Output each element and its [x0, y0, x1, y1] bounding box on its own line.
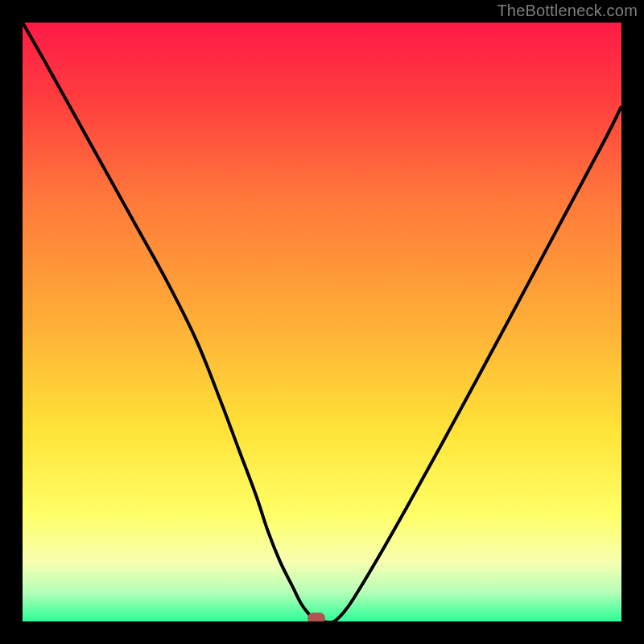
chart-frame: TheBottleneck.com: [0, 0, 644, 644]
bottleneck-marker: [308, 613, 325, 621]
watermark-text: TheBottleneck.com: [497, 2, 638, 20]
bottleneck-curve: [23, 23, 621, 621]
curve-path: [23, 23, 621, 621]
plot-area: [23, 23, 621, 621]
